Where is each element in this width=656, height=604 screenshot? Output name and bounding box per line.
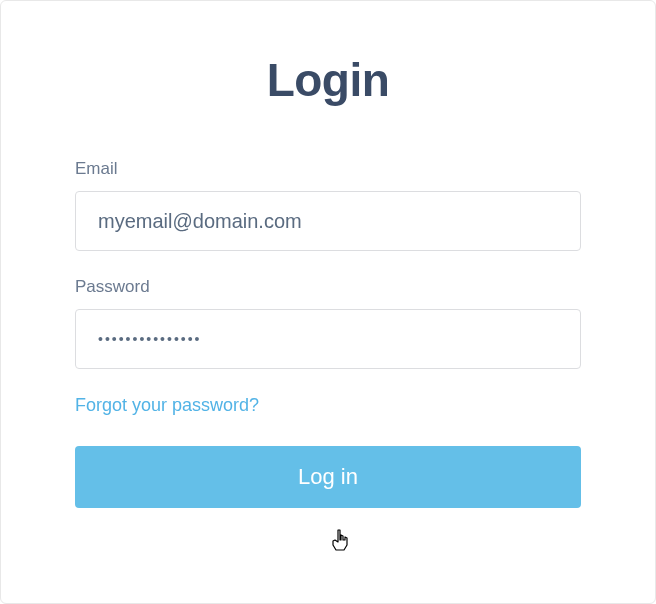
password-input[interactable] — [75, 309, 581, 369]
login-button[interactable]: Log in — [75, 446, 581, 508]
login-form: Login Email Password Forgot your passwor… — [1, 1, 655, 568]
login-title: Login — [75, 53, 581, 107]
email-input[interactable] — [75, 191, 581, 251]
email-label: Email — [75, 159, 581, 179]
password-label: Password — [75, 277, 581, 297]
email-field-group: Email — [75, 159, 581, 251]
forgot-password-link[interactable]: Forgot your password? — [75, 395, 259, 416]
password-field-group: Password — [75, 277, 581, 369]
